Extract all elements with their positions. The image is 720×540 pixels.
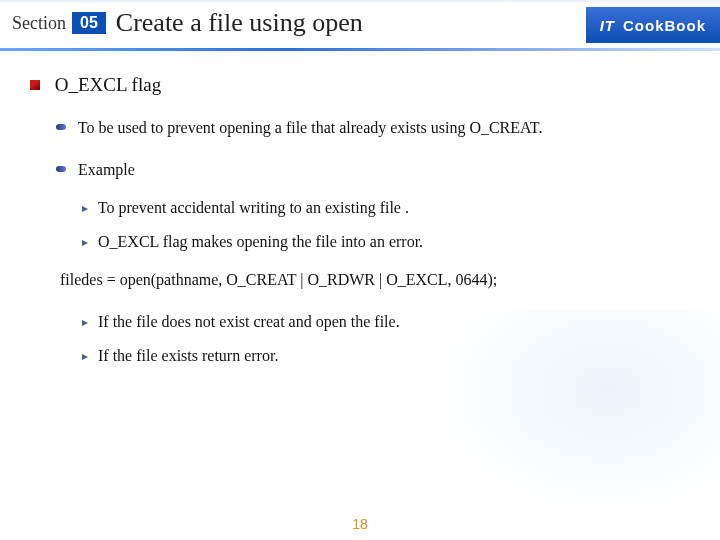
- desc-text: To be used to prevent opening a file tha…: [78, 119, 543, 136]
- example-item-1-text: To prevent accidental writing to an exis…: [98, 199, 409, 216]
- section-number: 05: [72, 12, 106, 34]
- page-number: 18: [0, 516, 720, 532]
- result-item-1: If the file does not exist creat and ope…: [82, 310, 690, 334]
- example-label: Example: [78, 161, 135, 178]
- brand-book: CookBook: [623, 17, 706, 34]
- heading-oexcl: O_EXCL flag: [30, 71, 690, 100]
- code-sample: filedes = open(pathname, O_CREAT | O_RDW…: [60, 268, 690, 292]
- code-text: filedes = open(pathname, O_CREAT | O_RDW…: [60, 271, 497, 288]
- brand-badge: IT CookBook: [586, 7, 720, 43]
- slide-content: O_EXCL flag To be used to prevent openin…: [0, 51, 720, 368]
- result-item-2: If the file exists return error.: [82, 344, 690, 368]
- example-item-1: To prevent accidental writing to an exis…: [82, 196, 690, 220]
- result-item-1-text: If the file does not exist creat and ope…: [98, 313, 400, 330]
- example-item-2-text: O_EXCL flag makes opening the file into …: [98, 233, 423, 250]
- heading-text: O_EXCL flag: [55, 74, 161, 95]
- brand-it: IT: [600, 17, 615, 34]
- section-label: Section: [0, 13, 72, 34]
- slide-title: Create a file using open: [116, 8, 586, 38]
- slide-header: Section 05 Create a file using open IT C…: [0, 0, 720, 46]
- result-item-2-text: If the file exists return error.: [98, 347, 278, 364]
- example-item-2: O_EXCL flag makes opening the file into …: [82, 230, 690, 254]
- desc-line: To be used to prevent opening a file tha…: [56, 116, 690, 140]
- header-divider: [0, 48, 720, 51]
- example-line: Example: [56, 158, 690, 182]
